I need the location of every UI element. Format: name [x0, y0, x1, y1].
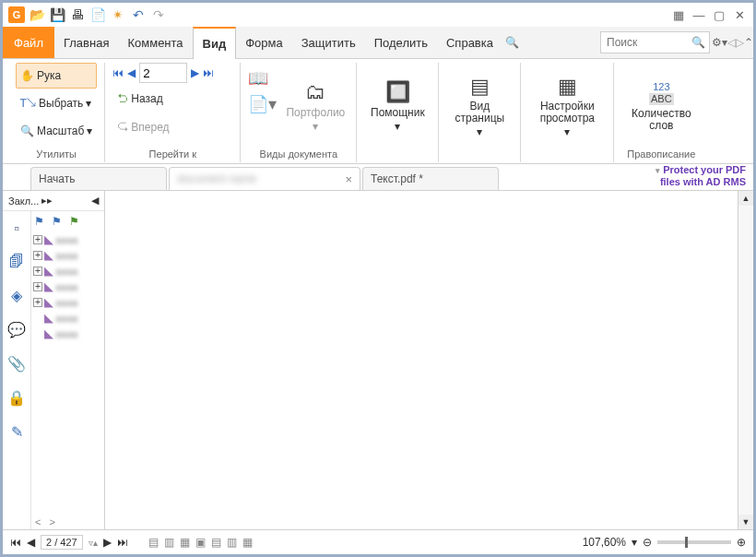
book-icon[interactable]: 📖	[248, 68, 277, 89]
close-button[interactable]: ✕	[731, 8, 748, 22]
expand-icon[interactable]: ▸▸	[41, 195, 53, 207]
status-page[interactable]: 2 / 427	[41, 535, 83, 550]
viewset-button[interactable]: ▦Настройки просмотра▾	[528, 63, 606, 148]
open-icon[interactable]: 📂	[29, 6, 45, 23]
wordcount-button[interactable]: 123ABC Количество слов	[621, 63, 701, 148]
save-icon[interactable]: 💾	[49, 6, 65, 23]
sparkle-icon[interactable]: ✴	[110, 6, 126, 23]
tab-text[interactable]: Текст.pdf *	[362, 167, 499, 190]
zoom-tool-button[interactable]: 🔍Масштаб▾	[16, 118, 97, 144]
redo-icon[interactable]: ↷	[150, 6, 167, 23]
protect-banner[interactable]: ▾ Protect your PDF files with AD RMS	[653, 164, 753, 187]
view-icon[interactable]: ▤	[148, 536, 159, 549]
side-icon-strip: ▫ 🗐 ◈ 💬 📎 🔒 ✎	[3, 211, 31, 529]
bookmark-item[interactable]: +◣aaaa	[31, 263, 104, 278]
group-label: Правописание	[621, 148, 701, 162]
bookmark-add-icon[interactable]: ⚑	[52, 215, 62, 228]
select-tool-button[interactable]: Ꭲ↘Выбрать▾	[16, 90, 97, 116]
search-input[interactable]	[605, 35, 691, 50]
maximize-button[interactable]: ▢	[711, 8, 727, 22]
search-box[interactable]: 🔍	[600, 31, 710, 53]
attach-icon[interactable]: 📎	[7, 355, 26, 373]
undo-icon[interactable]: ↶	[130, 6, 147, 23]
status-input-icon: ▿▴	[89, 538, 98, 548]
grid-icon[interactable]: ▦	[670, 8, 687, 22]
page-thumbnail-icon[interactable]: ▫	[14, 220, 19, 237]
prev-page-icon[interactable]: ◀	[127, 66, 136, 79]
back-button[interactable]: ⮌Назад	[112, 86, 232, 112]
bookmark-item[interactable]: +◣aaaa	[31, 247, 104, 263]
zoom-out-icon[interactable]: ⊖	[643, 536, 652, 549]
search-icon[interactable]: 🔍	[691, 36, 705, 49]
view-icon[interactable]: ▦	[180, 536, 190, 549]
document-view[interactable]: ▲ ▼	[105, 191, 753, 529]
last-page-icon[interactable]: ⏭	[203, 66, 214, 79]
gear-icon[interactable]: ⚙▾	[712, 36, 727, 49]
lock-icon[interactable]: 🔒	[7, 389, 26, 407]
tab-start[interactable]: Начать	[30, 167, 167, 190]
chevron-down-icon[interactable]: ▾	[632, 536, 637, 549]
view-icon[interactable]: ▤	[211, 536, 221, 549]
comment-icon[interactable]: 💬	[7, 321, 26, 338]
page-input[interactable]	[139, 63, 187, 83]
bookmark-flag-icon[interactable]: ⚑	[34, 215, 44, 228]
caret-icon[interactable]: ⌃	[744, 36, 753, 49]
status-prev-icon[interactable]: ◀	[27, 536, 35, 549]
ribbon-group-goto: ⏮ ◀ ▶ ⏭ ⮌Назад ⮎Вперед Перейти к	[105, 63, 241, 162]
forward-button[interactable]: ⮎Вперед	[112, 114, 232, 140]
status-first-icon[interactable]: ⏮	[10, 536, 21, 549]
menu-form[interactable]: Форма	[236, 27, 292, 58]
side-scroll[interactable]: < >	[35, 516, 55, 527]
bookmark-add2-icon[interactable]: ⚑	[69, 215, 79, 228]
helper-button[interactable]: 🔲Помощник▾	[364, 63, 431, 148]
vertical-scrollbar[interactable]: ▲ ▼	[738, 191, 753, 529]
view-icon[interactable]: ▥	[164, 536, 174, 549]
new-icon[interactable]: 📄	[89, 6, 106, 23]
menu-help[interactable]: Справка	[437, 27, 502, 58]
bookmark-item[interactable]: +◣aaaa	[31, 278, 104, 294]
bookmark-item[interactable]: +◣aaaa	[31, 310, 104, 326]
bookmark-item[interactable]: +◣aaaa	[31, 326, 104, 341]
group-label: Перейти к	[112, 148, 232, 162]
view-icon[interactable]: ▦	[242, 536, 253, 549]
bookmark-item[interactable]: +◣aaaa	[31, 231, 104, 247]
pageview-icon: ▤	[467, 73, 492, 99]
bookmark-item[interactable]: +◣aaaa	[31, 294, 104, 310]
scroll-up-icon[interactable]: ▲	[738, 191, 753, 206]
menu-share[interactable]: Поделить	[365, 27, 437, 58]
nav-next-icon[interactable]: ▷	[736, 36, 744, 49]
hand-tool-button[interactable]: ✋Рука	[16, 63, 97, 89]
nav-prev-icon[interactable]: ◁	[727, 36, 736, 49]
status-last-icon[interactable]: ⏭	[117, 536, 128, 549]
side-panel: Закл... ▸▸ ◀ ▫ 🗐 ◈ 💬 📎 🔒 ✎ ⚑ ⚑	[3, 191, 105, 529]
pages-icon[interactable]: 🗐	[9, 254, 24, 270]
view-icon[interactable]: ▣	[195, 536, 206, 549]
scroll-down-icon[interactable]: ▼	[738, 515, 753, 529]
layers-icon[interactable]: ◈	[11, 287, 22, 304]
page-icon[interactable]: 📄▾	[248, 94, 277, 114]
portfolio-button[interactable]: 🗂 Портфолио▾	[282, 63, 348, 148]
pageview-button[interactable]: ▤Вид страницы▾	[446, 63, 513, 148]
zoom-in-icon[interactable]: ⊕	[737, 536, 746, 549]
scroll-track[interactable]	[738, 206, 753, 515]
search-doc-icon[interactable]: 🔍	[505, 36, 519, 49]
print-icon[interactable]: 🖶	[69, 6, 86, 23]
zoom-value: 107,60%	[583, 536, 626, 549]
sign-icon[interactable]: ✎	[11, 423, 23, 441]
close-icon[interactable]: ×	[345, 172, 352, 186]
menu-home[interactable]: Главная	[54, 27, 118, 58]
menu-view[interactable]: Вид	[193, 27, 237, 59]
zoom-slider[interactable]	[657, 540, 731, 544]
ribbon-group-pageview: ▤Вид страницы▾	[439, 63, 521, 162]
status-next-icon[interactable]: ▶	[103, 536, 112, 549]
menubar: Файл Главная Коммента Вид Форма Защитить…	[3, 27, 753, 59]
menu-comment[interactable]: Коммента	[118, 27, 192, 58]
menu-file[interactable]: Файл	[3, 27, 54, 58]
minimize-button[interactable]: —	[691, 8, 707, 22]
view-icon[interactable]: ▥	[227, 536, 237, 549]
menu-protect[interactable]: Защитить	[292, 27, 365, 58]
menu-icon[interactable]: ◀	[91, 195, 99, 207]
tab-blank[interactable]: document name×	[169, 167, 360, 190]
first-page-icon[interactable]: ⏮	[112, 66, 124, 79]
next-page-icon[interactable]: ▶	[191, 66, 199, 79]
